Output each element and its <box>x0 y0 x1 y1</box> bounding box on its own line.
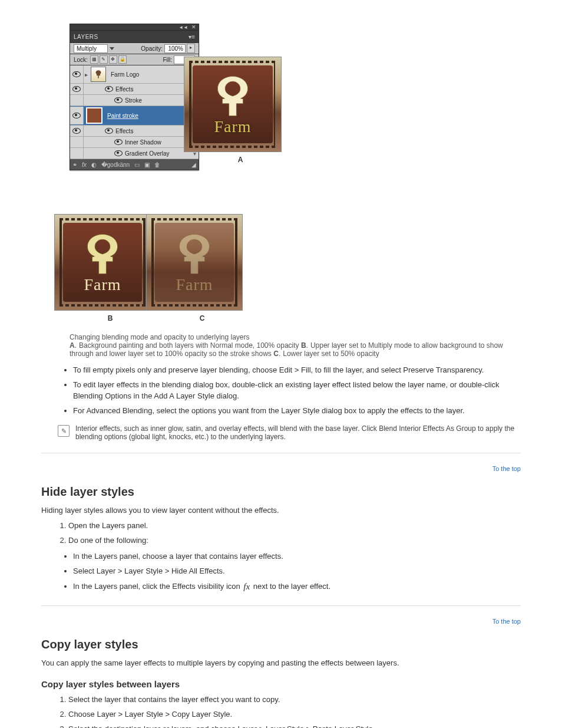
to-top-link[interactable]: To the top <box>41 465 521 472</box>
close-icon[interactable]: ✕ <box>191 24 196 30</box>
effect-inner-shadow[interactable]: Inner Shadow <box>70 137 199 148</box>
farm-label: Farm <box>84 275 121 294</box>
opacity-label: Opacity: <box>141 45 163 52</box>
figure-label-c: C <box>200 314 205 322</box>
effect-gradient-overlay[interactable]: Gradient Overlay ▾ <box>70 148 199 159</box>
layers-panel: ◄◄ ✕ LAYERS ▾≡ Multiply Opacity: 100% ▸ … <box>70 24 199 170</box>
visibility-toggle[interactable] <box>70 107 84 124</box>
layers-tab[interactable]: LAYERS <box>74 34 98 40</box>
note-1: ✎ Interior effects, such as inner glow, … <box>58 424 521 441</box>
fill-label: Fill: <box>163 57 172 63</box>
section-copy-layer-styles: Copy layer styles <box>41 638 521 651</box>
lock-label: Lock: <box>74 57 88 63</box>
opacity-stepper[interactable]: ▸ <box>187 44 195 53</box>
effects-row[interactable]: Effects <box>70 126 199 137</box>
steps-list: Open the Layers panel. Do one of the fol… <box>68 520 521 546</box>
subsection-copy-between: Copy layer styles between layers <box>41 679 521 689</box>
figure-caption: Changing blending mode and opacity to un… <box>70 333 521 358</box>
visibility-toggle[interactable] <box>70 65 84 83</box>
bullet-list-1: To fill empty pixels only and preserve l… <box>73 365 521 416</box>
section-body: Hiding layer styles allows you to view l… <box>41 505 521 516</box>
trash-icon[interactable]: 🗑 <box>154 162 160 168</box>
figure-label-b: B <box>108 314 113 322</box>
fx-icon[interactable]: fx <box>82 162 87 168</box>
link-icon[interactable]: ⚭ <box>72 162 77 168</box>
adjustment-icon[interactable]: �godkänn <box>101 162 130 168</box>
effect-stroke[interactable]: Stroke <box>70 95 199 106</box>
resize-grip-icon: ◢ <box>191 162 196 168</box>
section-hide-layer-styles: Hide layer styles <box>41 485 521 499</box>
new-layer-icon[interactable]: ▣ <box>144 162 150 168</box>
panel-titlebar: ◄◄ ✕ <box>70 24 199 31</box>
figure-b: Farm <box>54 214 151 311</box>
mask-icon[interactable]: ◐ <box>91 162 97 168</box>
divider <box>41 605 521 606</box>
effects-row[interactable]: Effects <box>70 84 199 95</box>
folder-icon[interactable]: ▭ <box>134 162 140 168</box>
layer-thumbnail <box>91 67 106 82</box>
note-icon: ✎ <box>58 425 70 437</box>
to-top-link[interactable]: To the top <box>41 618 521 625</box>
section-body: You can apply the same layer effects to … <box>41 657 521 669</box>
panel-menu-icon[interactable]: ▾≡ <box>189 34 195 40</box>
figure-c: Farm <box>146 214 243 311</box>
layer-row-paint-stroke[interactable]: Paint stroke <box>70 106 199 126</box>
blend-mode-select[interactable]: Multiply <box>74 44 108 53</box>
divider <box>41 453 521 453</box>
layer-row-farm-logo[interactable]: ▸ Farm Logo <box>70 65 199 84</box>
steps-copy: Select the layer that contains the layer… <box>68 694 521 728</box>
panel-footer: ⚭ fx ◐ �godkänn ▭ ▣ 🗑 ◢ <box>70 159 199 170</box>
farm-label: Farm <box>214 117 251 136</box>
figure-a: Farm <box>184 57 282 152</box>
fx-inline-icon: fx <box>243 581 250 594</box>
figure-label-a: A <box>238 156 243 164</box>
bullet-list-2: In the Layers panel, choose a layer that… <box>73 551 521 593</box>
lock-icons[interactable]: ▦✎✥🔒 <box>90 55 128 64</box>
opacity-input[interactable]: 100% <box>164 44 186 53</box>
collapse-icon[interactable]: ◄◄ <box>178 25 188 30</box>
layer-thumbnail <box>86 107 103 124</box>
farm-label: Farm <box>176 275 213 294</box>
